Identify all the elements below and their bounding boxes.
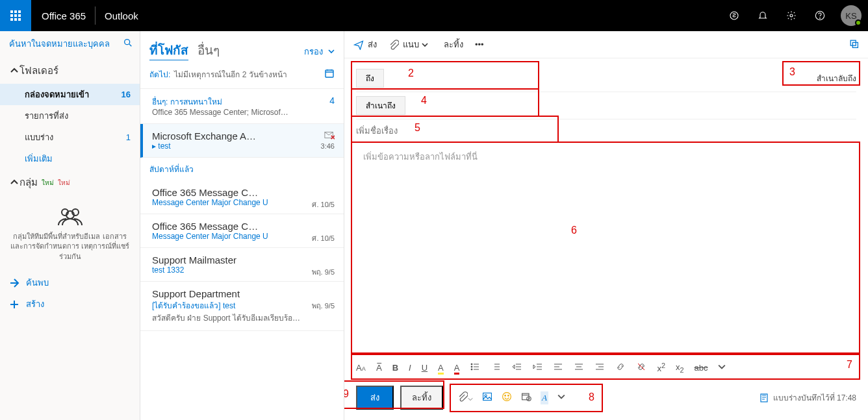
app-launcher[interactable] [0,0,31,31]
notifications-icon[interactable] [748,0,777,31]
groups-header[interactable]: กลุ่ม ใหม่ใหม่ [0,169,140,195]
svg-rect-0 [10,10,13,13]
svg-point-28 [508,395,509,397]
highlight-icon[interactable]: A [438,363,444,373]
cmd-discard[interactable]: ละทิ้ง [444,38,463,51]
indent-icon[interactable] [532,362,542,374]
avatar[interactable]: KS [841,5,862,26]
expand-format-icon[interactable] [718,363,726,373]
tab-focused[interactable]: ที่โฟกัส [149,40,188,60]
chevron-up-icon [9,177,19,188]
svg-rect-24 [483,393,492,400]
groups-empty: กลุ่มให้ทีมมีพื้นที่สำหรับอีเมล เอกสาร แ… [0,195,140,272]
svg-rect-6 [10,18,13,21]
message-list-pane: ที่โฟกัส อื่นๆ กรอง ถัดไป: ไม่มีเหตุการณ… [140,31,344,420]
send-button[interactable]: ส่ง [356,386,394,410]
outdent-icon[interactable] [511,362,522,374]
svg-rect-3 [10,14,13,17]
reading-pane: ส่ง แนบ ละทิ้ง ••• ถึง สำเนาลับถึง 2 3 ส… [344,31,868,420]
subject-input[interactable] [356,123,856,138]
svg-point-27 [505,395,506,397]
nav-discover[interactable]: ค้นพบ [0,272,140,293]
schedule-send-icon[interactable] [521,391,531,404]
underline-icon[interactable]: U [422,363,428,373]
compose-action-bar: ส่ง ละทิ้ง 9 A 8 แบบร่างบั [356,378,856,414]
message-item[interactable]: Office 365 Message C… Message Center Maj… [140,214,344,248]
to-input[interactable] [390,73,817,83]
fontfamily-icon[interactable]: A̅ [376,363,382,373]
svg-rect-2 [18,10,21,13]
message-item[interactable]: Microsoft Exchange A… ▸ test 3:46 [140,124,344,158]
agenda-bar[interactable]: ถัดไป: ไม่มีเหตุการณ์ในอีก 2 วันข้างหน้า [140,64,344,89]
svg-point-13 [125,40,130,45]
brand-suite: Office 365 [42,10,86,21]
strike-icon[interactable]: abc [695,363,708,373]
cmd-more[interactable]: ••• [475,40,484,49]
message-item[interactable]: Support Department [ได้รับคำร้องขอแล้ว] … [140,282,344,331]
cmd-send[interactable]: ส่ง [353,38,377,51]
insert-emoji-icon[interactable] [502,391,512,404]
nav-more[interactable]: เพิ่มเติม [0,148,140,169]
skype-icon[interactable] [720,0,748,31]
link-icon[interactable] [615,362,626,374]
folders-header[interactable]: โฟลเดอร์ [0,58,140,84]
settings-icon[interactable] [777,0,806,31]
body-editor[interactable]: เพิ่มข้อความหรือลากไฟล์มาที่นี่ [356,143,856,171]
align-center-icon[interactable] [574,362,584,374]
bcc-toggle[interactable]: สำเนาลับถึง [817,72,856,84]
draft-icon [759,393,769,403]
folders-label: โฟลเดอร์ [19,63,58,79]
dismiss-icon[interactable] [324,130,335,142]
fontcolor-icon[interactable]: A [454,363,460,373]
superscript-icon[interactable]: x2 [657,362,665,373]
nav-drafts[interactable]: แบบร่าง1 [0,127,140,148]
brand-divider [95,6,96,25]
search-icon[interactable] [123,38,133,50]
nav-sent[interactable]: รายการที่ส่ง [0,105,140,127]
svg-point-22 [471,366,472,367]
unlink-icon[interactable] [636,362,646,374]
search-input[interactable] [9,39,123,49]
svg-rect-4 [14,14,17,17]
compose-command-bar: ส่ง แนบ ละทิ้ง ••• [344,31,868,58]
section-lastweek: สัปดาห์ที่แล้ว [140,158,344,180]
nav-inbox[interactable]: กล่องจดหมายเข้า16 [0,84,140,105]
new-badge: ใหม่ [42,178,54,188]
svg-rect-8 [18,18,21,21]
message-item[interactable]: Office 365 Message C… Message Center Maj… [140,180,344,214]
groups-label: กลุ่ม [19,175,38,190]
align-left-icon[interactable] [553,362,563,374]
more-options-icon[interactable] [557,393,565,402]
attach-file-icon[interactable] [457,391,473,404]
signature-icon[interactable]: A [541,391,548,404]
discard-button[interactable]: ละทิ้ง [400,386,443,410]
cc-input[interactable] [412,101,856,110]
nav-create[interactable]: สร้าง [0,293,140,315]
other-conversations[interactable]: อื่นๆ: การสนทนาใหม่ Office 365 Message C… [140,89,344,124]
bold-icon[interactable]: B [392,363,398,373]
numbering-icon[interactable] [491,362,501,374]
cmd-attach[interactable]: แนบ [389,38,432,51]
subscript-icon[interactable]: x2 [676,362,684,374]
svg-point-21 [471,364,472,365]
cc-button[interactable]: สำเนาถึง [356,96,405,115]
calendar-icon[interactable] [324,68,335,80]
align-right-icon[interactable] [594,362,605,374]
message-item[interactable]: Support Mailmaster test 1332 พฤ. 9/5 [140,248,344,282]
draft-saved-status: แบบร่างบันทึกไว้ที่ 17:48 [759,391,856,404]
svg-point-10 [790,14,793,17]
fontsize-icon[interactable]: AA [356,363,366,373]
bullets-icon[interactable] [470,362,480,374]
people-icon [55,206,86,227]
svg-rect-19 [850,40,856,45]
help-icon[interactable] [806,0,834,31]
filter-button[interactable]: กรอง [304,45,335,58]
italic-icon[interactable]: I [409,363,411,373]
tab-other[interactable]: อื่นๆ [198,40,220,60]
svg-rect-1 [14,10,17,13]
avatar-initials: KS [845,11,856,21]
cmd-popout[interactable] [849,38,859,51]
to-field: ถึง สำเนาลับถึง 2 3 [356,65,856,92]
to-button[interactable]: ถึง [356,69,384,88]
insert-picture-icon[interactable] [482,391,492,404]
